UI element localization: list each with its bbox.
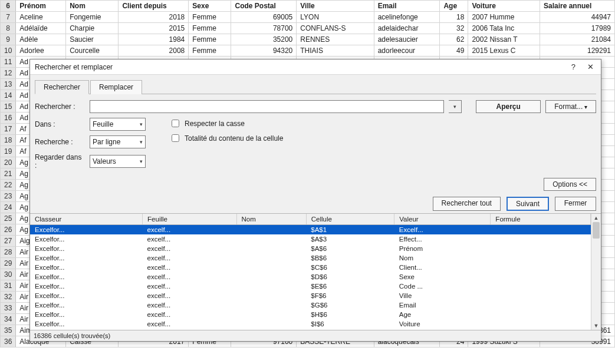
row-number[interactable]: 29 [1,258,16,269]
column-header[interactable]: Client depuis [119,1,189,12]
cell[interactable]: RENNES [297,34,374,45]
cell[interactable]: 62 [440,34,468,45]
cell[interactable]: Femme [189,12,231,23]
row-number[interactable]: 22 [1,180,16,191]
tab-replace[interactable]: Remplacer [90,80,142,94]
find-next-button[interactable]: Suivant [507,197,549,211]
row-number[interactable]: 16 [1,112,16,124]
row-number[interactable]: 13 [1,79,16,90]
row-number[interactable]: 36 [1,336,16,348]
search-direction-select[interactable]: Par ligne▾ [90,135,146,148]
cell[interactable]: 21084 [540,34,614,45]
lookin-select[interactable]: Valeurs▾ [90,155,146,168]
row-number[interactable]: 23 [1,191,16,202]
results-row[interactable]: Excelfor...excelf...$A$6Prénom [30,244,591,253]
table-row[interactable]: 9AdèleSaucier1984Femme35200RENNESadelesa… [1,34,615,45]
within-select[interactable]: Feuille▾ [90,118,146,131]
row-number[interactable]: 20 [1,157,16,168]
cell[interactable]: Femme [189,34,231,45]
row-number[interactable]: 17 [1,124,16,135]
row-number[interactable]: 7 [1,12,16,23]
row-number[interactable]: 10 [1,45,16,57]
cell[interactable]: 69005 [231,12,297,23]
table-row[interactable]: 7AcelineFongemie2018Femme69005LYONacelin… [1,12,615,23]
dialog-titlebar[interactable]: Rechercher et remplacer ? ✕ [30,59,601,75]
column-header[interactable]: Sexe [189,1,231,12]
search-history-dropdown[interactable]: ▾ [449,100,462,113]
cell[interactable]: Adélaïde [16,23,66,34]
find-all-button[interactable]: Rechercher tout [433,197,501,211]
cell[interactable]: 49 [440,45,468,57]
cell[interactable]: 2018 [119,12,189,23]
match-whole-checkbox[interactable]: Totalité du contenu de la cellule [169,133,283,144]
results-column-header[interactable]: Classeur [30,214,143,225]
cell[interactable]: 78700 [231,23,297,34]
results-row[interactable]: Excelfor...excelf...$D$6Sexe [30,272,591,282]
results-row[interactable]: Excelfor...excelf...$H$6Age [30,310,591,319]
cell[interactable]: Femme [189,45,231,57]
column-header[interactable]: Prénom [16,1,66,12]
match-case-checkbox[interactable]: Respecter la casse [169,118,283,129]
cell[interactable]: Adorlee [16,45,66,57]
cell[interactable]: acelinefonge [374,12,440,23]
cell[interactable]: THIAIS [297,45,374,57]
results-column-header[interactable]: Feuille [143,214,236,225]
cell[interactable]: 2006 Tata Inc [468,23,540,34]
row-number[interactable]: 31 [1,280,16,292]
row-number[interactable]: 12 [1,68,16,79]
results-row[interactable]: Excelfor...excelf...$B$6Nom [30,253,591,263]
cell[interactable]: 2015 Lexus C [468,45,540,57]
row-number[interactable]: 9 [1,34,16,45]
row-number[interactable]: 30 [1,269,16,280]
cell[interactable]: Femme [189,23,231,34]
preview-button[interactable]: Aperçu [476,100,541,113]
cell[interactable]: 2015 [119,23,189,34]
cell[interactable]: 18 [440,12,468,23]
options-button[interactable]: Options << [544,178,596,191]
column-header[interactable]: Ville [297,1,374,12]
close-button[interactable]: Fermer [555,197,596,211]
results-scrollbar[interactable]: ▲ ▼ [591,214,601,330]
cell[interactable]: 2002 Nissan T [468,34,540,45]
row-number[interactable]: 21 [1,168,16,180]
row-number[interactable]: 32 [1,292,16,303]
table-row[interactable]: 8AdélaïdeCharpie2015Femme78700CONFLANS-S… [1,23,615,34]
results-row[interactable]: Excelfor...excelf...$F$6Ville [30,291,591,300]
results-row[interactable]: Excelfor...excelf...$C$6Client... [30,263,591,272]
format-button[interactable]: Format... [545,100,596,113]
cell[interactable]: 129291 [540,45,614,57]
close-icon[interactable]: ✕ [585,62,596,71]
cell[interactable]: adorleecour [374,45,440,57]
cell[interactable]: 35200 [231,34,297,45]
cell[interactable]: 1984 [119,34,189,45]
results-column-header[interactable]: Nom [236,214,306,225]
results-row[interactable]: Excelfor...excelf...$E$6Code ... [30,282,591,291]
row-number[interactable]: 26 [1,224,16,236]
cell[interactable]: 94320 [231,45,297,57]
row-number[interactable]: 34 [1,314,16,325]
row-number[interactable]: 14 [1,90,16,101]
scroll-thumb[interactable] [593,222,600,239]
cell[interactable]: Saucier [66,34,119,45]
cell[interactable]: 2008 [119,45,189,57]
results-column-header[interactable]: Cellule [306,214,394,225]
cell[interactable]: Aceline [16,12,66,23]
results-table[interactable]: ClasseurFeuilleNomCelluleValeurFormule E… [30,214,591,330]
column-header[interactable]: Voiture [468,1,540,12]
column-header[interactable]: Salaire annuel [540,1,614,12]
row-number[interactable]: 8 [1,23,16,34]
cell[interactable]: 32 [440,23,468,34]
row-number[interactable]: 35 [1,325,16,336]
row-number[interactable]: 28 [1,247,16,258]
help-icon[interactable]: ? [569,62,578,71]
cell[interactable]: Fongemie [66,12,119,23]
results-row[interactable]: Excelfor...excelf...$A$3Effect... [30,234,591,244]
results-row[interactable]: Excelfor...excelf...$J$6Salair... [30,329,591,330]
row-number[interactable]: 27 [1,236,16,247]
cell[interactable]: Adèle [16,34,66,45]
tab-search[interactable]: Rechercher [35,80,89,94]
column-header[interactable]: Age [440,1,468,12]
scroll-up-icon[interactable]: ▲ [591,214,601,222]
row-number[interactable]: 15 [1,101,16,112]
cell[interactable]: 44947 [540,12,614,23]
